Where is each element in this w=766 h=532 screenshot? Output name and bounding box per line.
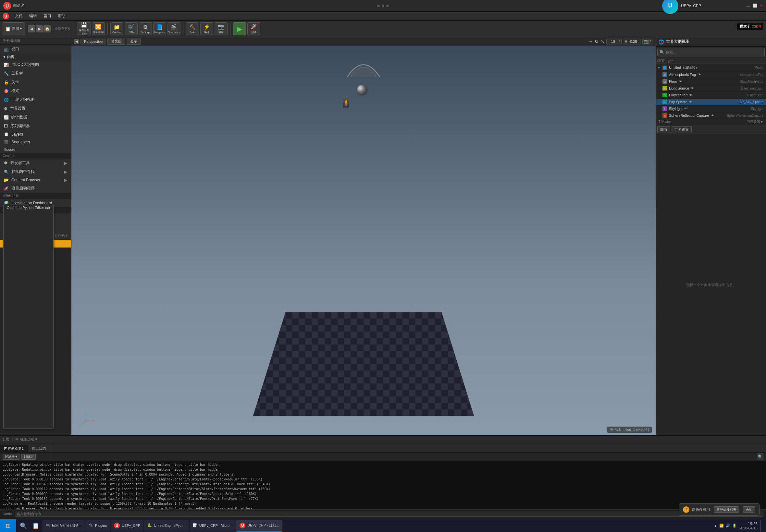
dropdown-find-blueprint[interactable]: 🔍在蓝图中寻找▶: [0, 167, 71, 176]
viewport-container[interactable]: ◀ Perspective 带光照 显示 ↔ ↻ ⤡ ° ⊕: [71, 37, 656, 435]
tab-content-browser[interactable]: 内容浏览器1: [0, 445, 28, 452]
world-settings-tab[interactable]: 世界设置: [672, 126, 692, 133]
outliner-item-light[interactable]: ☀ Light Source 👁 DirectionalLight: [656, 85, 766, 92]
dropdown-mode[interactable]: 🎯模式: [0, 87, 71, 95]
rotate-icon[interactable]: ↻: [594, 38, 599, 45]
launch-btn[interactable]: 🚀 启动: [247, 22, 260, 35]
view-options[interactable]: 视图选项▼: [20, 437, 38, 442]
forward-btn[interactable]: ▶: [36, 25, 43, 32]
detail-tab[interactable]: 细节: [657, 126, 670, 133]
dropdown-world-outliner[interactable]: 🌐世界大纲视图: [0, 95, 71, 104]
cinematics-btn[interactable]: 🎬 Cinematics: [167, 22, 180, 35]
new-btn[interactable]: 📋 新增▼: [3, 22, 25, 35]
unreal-python-icon: 🐍: [147, 523, 152, 527]
sep3: [183, 23, 183, 35]
taskbar-search-icon[interactable]: 🔍: [18, 520, 29, 532]
cmd-input[interactable]: [15, 511, 763, 517]
snap-input[interactable]: [628, 39, 639, 44]
title-bar-controls[interactable]: — ⬜ ✕: [747, 4, 763, 8]
menu-window[interactable]: 窗口: [41, 13, 54, 19]
tray-network-icon[interactable]: 📶: [719, 524, 724, 528]
show-btn[interactable]: 显示: [127, 38, 141, 45]
taskbar-item-uepy[interactable]: U UEPy_CPP: [111, 520, 143, 532]
light-visibility-icon[interactable]: 👁: [691, 87, 694, 90]
view-settings-btn[interactable]: 视图设置▼: [747, 120, 763, 124]
play-btn[interactable]: ▶: [233, 22, 246, 35]
show-desktop-btn[interactable]: [760, 520, 762, 532]
blueprints-btn[interactable]: 📘 Blueprints: [153, 22, 166, 35]
dropdown-toolbar[interactable]: 🔧工具栏: [0, 69, 71, 78]
build-btn[interactable]: 🔨 Build: [186, 22, 199, 35]
tray-volume-icon[interactable]: 🔊: [726, 524, 730, 528]
taskbar-item-unreal-active[interactable]: U UEPy_CPP - 虚幻...: [236, 520, 282, 532]
dropdown-sequencer[interactable]: 🎞序列编辑器: [0, 122, 71, 130]
outliner-item-player[interactable]: ▷ Player Start 👁 PlayerStart: [656, 92, 766, 99]
dropdown-sequencer2[interactable]: 🎬Sequencer: [0, 138, 71, 146]
minimize-btn[interactable]: —: [747, 4, 750, 8]
floor-name: Floor: [669, 79, 677, 83]
tab-output-log[interactable]: 输出日志: [28, 445, 50, 452]
market-btn[interactable]: 🛒 市场: [125, 22, 138, 35]
dropdown-devtools[interactable]: 🛠开发者工具▶: [0, 159, 71, 167]
player-visibility-icon[interactable]: 👁: [689, 93, 692, 97]
notification-close-btn[interactable]: 关闭: [743, 506, 755, 513]
outliner-world-item[interactable]: ▼ 🌐 Untitled（编辑器） World: [656, 64, 766, 71]
source-btn[interactable]: 🔀 源码控制: [92, 22, 105, 35]
settings-btn[interactable]: ⚙ Settings: [139, 22, 152, 35]
lighting-btn[interactable]: 带光照: [107, 38, 125, 45]
outliner-item-sky-sphere[interactable]: ○ Sky Sphere 👁 BP_Sky_Sphere: [656, 99, 766, 105]
search-log-btn[interactable]: 🔍: [757, 453, 763, 460]
clock-display[interactable]: 19:26 2020-04-16: [739, 522, 758, 530]
dropdown-viewport[interactable]: 📺视口: [0, 45, 71, 54]
save-btn[interactable]: 💾 保存当前关卡: [78, 22, 91, 35]
taskbar-item-vscode[interactable]: 📝 UEPy_CPP - Micro...: [189, 520, 236, 532]
taskbar-start-button[interactable]: ⊞: [0, 519, 16, 532]
windows-logo: ⊞: [6, 522, 11, 529]
skylight-visibility-icon[interactable]: 👁: [685, 107, 687, 110]
taskbar-task-view-icon[interactable]: 📋: [30, 520, 42, 532]
outliner-item-floor[interactable]: ◻ Floor 👁 StaticMeshActor: [656, 78, 766, 85]
dropdown-level[interactable]: 🔒关卡: [0, 78, 71, 87]
restore-btn[interactable]: ⬜: [753, 4, 757, 8]
viewport-canvas[interactable]: 🧍 关卡: Un: [71, 46, 656, 435]
grid-input[interactable]: [608, 39, 618, 44]
dropdown-content-browser[interactable]: 📂Content Browser▶: [0, 176, 71, 184]
floor-visibility-icon[interactable]: 👁: [679, 80, 682, 83]
sphere-reflection-visibility-icon[interactable]: 👁: [711, 114, 714, 117]
notification-action-btn[interactable]: 管理插件列表: [714, 506, 739, 513]
date-btn[interactable]: 到日历: [21, 454, 36, 460]
back-btn[interactable]: ◀: [28, 25, 35, 32]
user-avatar[interactable]: U: [662, 0, 678, 14]
dropdown-lod[interactable]: 📊层LOD大纲视图: [0, 60, 71, 69]
dropdown-stats[interactable]: 📈统计数据: [0, 113, 71, 122]
filter-dropdown-btn[interactable]: 过滤器▼: [3, 454, 20, 460]
outliner-search-bar[interactable]: 🔍: [657, 48, 765, 56]
dropdown-project-launcher[interactable]: 🚀项目启动程序: [0, 184, 71, 193]
taskbar-item-unreal-python[interactable]: 🐍 UnrealEnginePyth...: [144, 520, 189, 532]
dropdown-world-settings[interactable]: ⚙世界设置: [0, 104, 71, 113]
perspective-btn[interactable]: Perspective: [80, 39, 106, 44]
log-area[interactable]: LogSlate: Updating window title bar stat…: [0, 461, 766, 509]
dropdown-layers[interactable]: 📋Layers: [0, 130, 71, 138]
unreal-active-icon: U: [239, 523, 245, 528]
menu-edit[interactable]: 编辑: [27, 13, 40, 19]
translate-btn[interactable]: ⚡ 编译: [200, 22, 213, 35]
content-btn[interactable]: 📁 Content: [110, 22, 123, 35]
menu-file[interactable]: 文件: [12, 13, 25, 19]
capture-btn[interactable]: 📷 捕获: [214, 22, 227, 35]
outliner-item-sphere-reflection[interactable]: ◎ SphereReflectionCapture 👁 SphereReflec…: [656, 112, 766, 119]
taskbar-item-plugins[interactable]: 🔌 Plugins: [85, 520, 110, 532]
outliner-item-fog[interactable]: 🌫 Atmospheric Fog 👁 AtmosphericFog: [656, 71, 766, 78]
translate-icon[interactable]: ↔: [588, 38, 593, 45]
close-btn[interactable]: ✕: [760, 4, 763, 8]
taskbar-item-epic[interactable]: 🎮 Epic Games启动...: [42, 520, 85, 532]
viewport-arrow[interactable]: ◀: [74, 39, 79, 44]
home-btn[interactable]: 🏠: [43, 25, 51, 32]
fog-visibility-icon[interactable]: 👁: [698, 73, 701, 76]
outliner-search-input[interactable]: [666, 50, 762, 54]
sky-sphere-visibility-icon[interactable]: 👁: [689, 100, 692, 103]
outliner-item-skylight[interactable]: ● SkyLight 👁 SkyLight: [656, 105, 766, 112]
menu-help[interactable]: 帮助: [55, 13, 68, 19]
tray-up-icon[interactable]: ▲: [714, 524, 717, 528]
scale-icon[interactable]: ⤡: [600, 38, 605, 45]
